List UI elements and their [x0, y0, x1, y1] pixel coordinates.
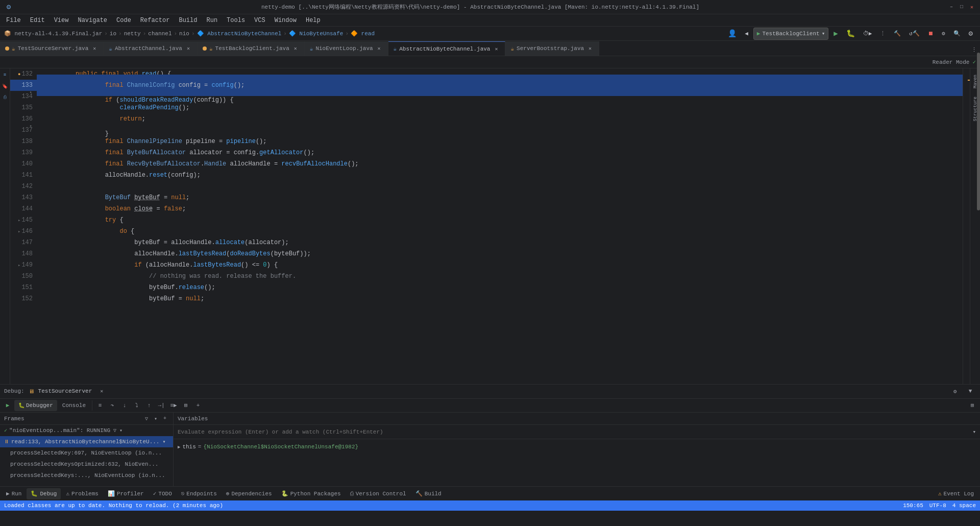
nav-action-btn[interactable]: 👤 [725, 28, 740, 40]
bottom-tab-version-control[interactable]: ⎙ Version Control [346, 488, 410, 499]
bottom-tab-profiler[interactable]: 📊 Profiler [104, 488, 148, 499]
status-encoding[interactable]: UTF-8 [929, 503, 946, 509]
menu-view[interactable]: View [50, 16, 73, 25]
bottom-tab-problems[interactable]: ⚠ Problems [62, 488, 102, 499]
eval-expand-btn[interactable]: ▾ [972, 428, 976, 435]
code-line-145: ▸145 try { [10, 214, 963, 226]
sidebar-icon-vcs[interactable]: ⎙ [1, 93, 10, 102]
debug-frames-btn[interactable]: ≡ [94, 400, 106, 411]
menu-build[interactable]: Build [175, 16, 201, 25]
tab-close-btn[interactable]: ✕ [185, 45, 192, 52]
frames-filter-btn[interactable]: ▽ [142, 415, 151, 423]
maximize-button[interactable]: □ [958, 3, 966, 11]
status-position[interactable]: 150:65 [903, 503, 923, 509]
nav-class[interactable]: 🔷 AbstractNioByteChannel [197, 30, 282, 37]
frames-dropdown-btn[interactable]: ▾ [152, 415, 160, 423]
debug-add-watch-btn[interactable]: + [192, 400, 204, 411]
debug-minimize-btn[interactable]: ▼ [965, 386, 976, 397]
debug-step-out-btn[interactable]: ↑ [143, 400, 155, 411]
debug-layout-btn[interactable]: ⊞ [967, 400, 978, 411]
more-run-btn[interactable]: ⋮ [877, 28, 889, 40]
debug-step-over-btn[interactable]: ↷ [107, 400, 118, 411]
tab-close-btn[interactable]: ✕ [493, 45, 500, 53]
frame-item-3[interactable]: processSelectedKeysOptimized:632, NioEve… [0, 459, 173, 470]
frame-item-1[interactable]: ⏸ read:133, AbstractNioBytechannel$NioBy… [0, 436, 173, 447]
nav-method[interactable]: 🔶 read [351, 30, 375, 37]
menu-code[interactable]: Code [112, 16, 135, 25]
close-button[interactable]: ✕ [968, 3, 976, 11]
tab-testsourceserver[interactable]: ☕ TestSourceServer.java ✕ [0, 41, 104, 56]
nav-netty[interactable]: netty [124, 31, 141, 37]
frame-item-4[interactable]: processSelectedKeys:..., NioEventLoop (i… [0, 470, 173, 481]
tab-close-btn[interactable]: ✕ [376, 45, 383, 52]
tab-close-btn[interactable]: ✕ [586, 45, 594, 52]
debug-resume-btn[interactable]: ▶ [2, 400, 13, 411]
eval-expression-input[interactable] [178, 429, 970, 435]
problems-icon: ⚠ [66, 490, 69, 497]
debug-evaluate-btn[interactable]: ≡▶ [168, 400, 179, 411]
nav-jar[interactable]: 📦 netty-all-4.1.39.Final.jar [4, 30, 102, 37]
tab-abstractniobytechannel[interactable]: ☕ AbstractNioByteChannel.java ✕ [388, 41, 506, 56]
menu-window[interactable]: Window [271, 16, 301, 25]
menu-run[interactable]: Run [202, 16, 222, 25]
tab-close-btn[interactable]: ✕ [292, 45, 299, 52]
debug-settings-btn[interactable]: ⚙ [949, 386, 961, 397]
tab-testbacklogclient[interactable]: ☕ TestBacklogClient.java ✕ [198, 41, 305, 56]
bottom-tab-dependencies[interactable]: ⊕ Dependencies [222, 488, 276, 499]
nav-back-btn[interactable]: ◀ [742, 28, 751, 40]
search-btn[interactable]: 🔍 [950, 28, 964, 40]
menu-refactor[interactable]: Refactor [136, 16, 174, 25]
bottom-tab-build[interactable]: 🔨 Build [411, 488, 446, 499]
nav-inner-class[interactable]: 🔷 NioByteUnsafe [289, 30, 343, 37]
var-expand-icon[interactable]: ▶ [178, 444, 180, 450]
menu-vcs[interactable]: VCS [250, 16, 270, 25]
tab-serverbootstrap[interactable]: ☕ ServerBootstrap.java ✕ [505, 41, 599, 56]
sidebar-icon-bookmark[interactable]: 🔖 [1, 82, 10, 91]
nav-io[interactable]: io [110, 31, 116, 37]
menu-edit[interactable]: Edit [26, 16, 49, 25]
frame-item-2[interactable]: processSelectedKey:697, NioEventLoop (io… [0, 447, 173, 459]
debug-tab-console[interactable]: Console [58, 400, 90, 411]
bottom-tab-todo[interactable]: ✓ TODO [149, 488, 176, 499]
run-with-coverage-btn[interactable]: ⏱▶ [860, 28, 875, 40]
tab-close-btn[interactable]: ✕ [91, 45, 98, 52]
frames-add-btn[interactable]: + [161, 415, 169, 423]
debug-tab-debugger[interactable]: 🐛 Debugger [14, 400, 57, 411]
debug-step-into-btn[interactable]: ↓ [119, 400, 130, 411]
rebuild-btn[interactable]: ↺🔨 [906, 28, 923, 40]
build-btn[interactable]: 🔨 [891, 28, 904, 40]
bottom-tab-python-packages[interactable]: 🐍 Python Packages [277, 488, 345, 499]
menu-navigate[interactable]: Navigate [74, 16, 111, 25]
nav-channel[interactable]: channel [148, 31, 172, 37]
reader-mode-check[interactable]: ✓ [972, 59, 976, 65]
debug-run-to-cursor-btn[interactable]: →| [156, 400, 167, 411]
nav-nio[interactable]: nio [179, 31, 189, 37]
vtab-maven[interactable]: Maven [972, 70, 979, 92]
settings-btn[interactable]: ⚙ [939, 28, 948, 40]
status-indent[interactable]: 4 space [952, 503, 976, 509]
tab-nioeventloop[interactable]: ☕ NioEventLoop.java ✕ [305, 41, 388, 56]
vtab-structure[interactable]: Structure [972, 92, 979, 126]
run-btn[interactable]: ▶ [830, 28, 841, 40]
bottom-tab-endpoints[interactable]: ⎋ Endpoints [177, 488, 221, 499]
tab-overflow-btn[interactable]: ⋮ [968, 43, 980, 56]
menu-file[interactable]: File [2, 16, 25, 25]
more-actions-btn[interactable]: ⚙ [966, 28, 976, 40]
event-log-btn[interactable]: ⚠ Event Log [934, 488, 978, 499]
sidebar-icon-structure[interactable]: ≡ [1, 70, 10, 80]
menu-tools[interactable]: Tools [223, 16, 249, 25]
bottom-tab-run[interactable]: ▶ Run [2, 488, 26, 499]
debug-force-step-into-btn[interactable]: ⤵ [131, 400, 142, 411]
frame-item-0[interactable]: ✓ "nioEventLoop...main": RUNNING ▽ ▾ [0, 425, 173, 436]
debug-close-btn[interactable]: ✕ [98, 388, 105, 395]
debug-btn[interactable]: 🐛 [843, 28, 858, 40]
tab-abstractchannel[interactable]: ☕ AbstractChannel.java ✕ [104, 41, 198, 56]
bottom-tab-debug[interactable]: 🐛 Debug [27, 488, 61, 499]
run-config-dropdown[interactable]: ▶ TestBacklogClient ▾ [753, 28, 828, 40]
code-editor[interactable]: ●132 public final void read() { 133 fina… [10, 68, 963, 384]
minimize-button[interactable]: – [947, 3, 955, 11]
var-value-this: {NioSocketChannel$NioSocketChannelUnsafe… [203, 444, 358, 450]
menu-help[interactable]: Help [302, 16, 325, 25]
stop-btn[interactable]: ⏹ [925, 28, 937, 40]
debug-filter-btn[interactable]: ⊞ [180, 400, 191, 411]
